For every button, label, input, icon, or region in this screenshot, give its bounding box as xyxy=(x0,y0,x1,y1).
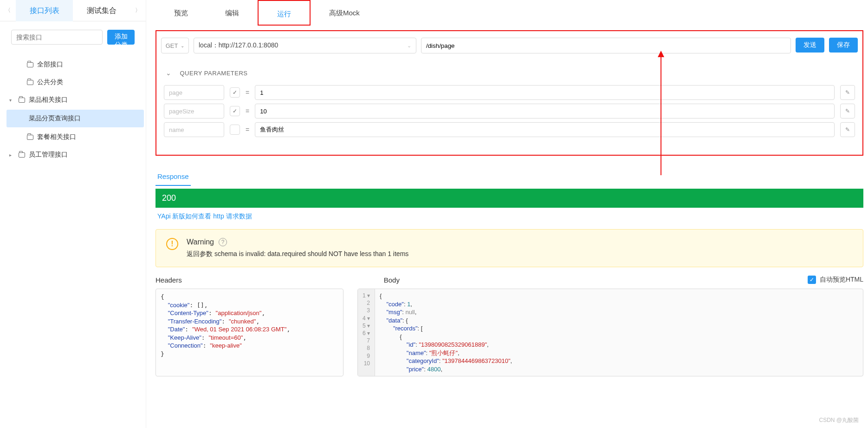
param-row-pagesize: ✓ = ✎ xyxy=(161,104,858,119)
http-method-select[interactable]: GET⌄ xyxy=(161,38,189,53)
query-params-toggle[interactable]: ⌄QUERY PARAMETERS xyxy=(166,69,857,77)
tree-dish-page-query[interactable]: 菜品分页查询接口 xyxy=(6,110,144,127)
folder-icon xyxy=(27,135,33,140)
preview-html-checkbox[interactable]: ✓ xyxy=(808,276,816,284)
param-checkbox[interactable] xyxy=(230,125,240,135)
param-value[interactable] xyxy=(255,104,835,119)
tree-setmeal-api[interactable]: 套餐相关接口 xyxy=(5,128,146,146)
tree-item-label: 员工管理接口 xyxy=(29,151,68,159)
warning-title: Warning xyxy=(187,238,214,246)
tree-item-label: 菜品分页查询接口 xyxy=(29,114,81,123)
param-value[interactable] xyxy=(255,85,835,100)
tab-preview[interactable]: 预览 xyxy=(155,0,207,26)
tree-item-label: 菜品相关接口 xyxy=(29,96,68,104)
equals-sign: = xyxy=(246,89,249,96)
send-button[interactable]: 发送 xyxy=(796,38,824,53)
caret-down-icon: ▾ xyxy=(9,98,15,103)
caret-right-icon: ▸ xyxy=(9,152,15,158)
param-checkbox[interactable]: ✓ xyxy=(230,106,240,116)
warning-message: 返回参数 schema is invalid: data.required sh… xyxy=(187,250,408,258)
edit-icon[interactable]: ✎ xyxy=(840,85,855,100)
param-key[interactable] xyxy=(164,104,224,119)
equals-sign: = xyxy=(246,107,249,115)
folder-icon xyxy=(19,98,25,103)
body-code[interactable]: 1 ▾234 ▾5 ▾6 ▾78910 { "code": 1, "msg": … xyxy=(357,289,863,376)
warning-box: ! Warning? 返回参数 schema is invalid: data.… xyxy=(155,229,863,267)
headers-code[interactable]: { "cookie": [], "Content-Type": "applica… xyxy=(155,289,343,376)
tree-dish-api[interactable]: ▾菜品相关接口 xyxy=(5,91,146,109)
path-input[interactable] xyxy=(421,38,791,53)
chevron-down-icon: ⌄ xyxy=(166,69,172,77)
tree-item-label: 公共分类 xyxy=(37,78,63,86)
param-value[interactable] xyxy=(255,122,835,137)
chevron-down-icon: ⌄ xyxy=(407,43,411,49)
main-tabs: 预览 编辑 运行 高级Mock xyxy=(155,0,863,26)
warning-icon: ! xyxy=(166,238,178,250)
tab-api-list[interactable]: 接口列表 xyxy=(16,0,73,21)
param-key[interactable] xyxy=(164,85,224,100)
sidebar-tabs: 〈 接口列表 测试集合 〉 xyxy=(0,0,146,21)
save-button[interactable]: 保存 xyxy=(829,38,858,53)
line-gutter: 1 ▾234 ▾5 ▾6 ▾78910 xyxy=(358,289,375,376)
tree-all-api[interactable]: 全部接口 xyxy=(5,56,146,73)
status-code: 200 xyxy=(155,189,863,208)
chevron-down-icon: ⌄ xyxy=(181,43,184,48)
request-panel: GET⌄ local：http://127.0.0.1:8080⌄ 发送 保存 … xyxy=(155,30,863,156)
folder-icon xyxy=(19,152,25,158)
response-tab[interactable]: Response xyxy=(155,168,191,186)
folder-icon xyxy=(27,80,33,85)
watermark: CSDN @丸酸菌 xyxy=(819,416,859,424)
param-checkbox[interactable]: ✓ xyxy=(230,87,240,98)
param-row-page: ✓ = ✎ xyxy=(161,85,858,100)
help-icon[interactable]: ? xyxy=(219,238,227,246)
tab-mock[interactable]: 高级Mock xyxy=(311,0,378,26)
param-row-name: = ✎ xyxy=(161,122,858,137)
add-category-button[interactable]: 添加分类 xyxy=(107,30,135,45)
next-tab-icon[interactable]: 〉 xyxy=(130,0,146,21)
tab-edit[interactable]: 编辑 xyxy=(207,0,258,26)
yapi-help-link[interactable]: YApi 新版如何查看 http 请求数据 xyxy=(155,208,254,225)
body-title: Body xyxy=(384,276,400,284)
api-tree: 全部接口 公共分类 ▾菜品相关接口 菜品分页查询接口 套餐相关接口 ▸员工管理接… xyxy=(0,53,146,166)
env-select[interactable]: local：http://127.0.0.1:8080⌄ xyxy=(194,38,416,53)
param-key[interactable] xyxy=(164,122,224,137)
prev-tab-icon[interactable]: 〈 xyxy=(0,0,16,21)
tree-employee-api[interactable]: ▸员工管理接口 xyxy=(5,146,146,164)
tree-item-label: 套餐相关接口 xyxy=(37,133,76,141)
equals-sign: = xyxy=(246,126,249,133)
headers-title: Headers xyxy=(155,276,182,284)
folder-icon xyxy=(27,62,33,67)
preview-html-label: 自动预览HTML xyxy=(820,276,863,284)
edit-icon[interactable]: ✎ xyxy=(840,122,855,137)
search-input[interactable] xyxy=(11,30,103,45)
tree-public[interactable]: 公共分类 xyxy=(5,73,146,91)
tab-test-suite[interactable]: 测试集合 xyxy=(73,0,130,21)
tree-item-label: 全部接口 xyxy=(37,60,63,69)
edit-icon[interactable]: ✎ xyxy=(840,104,855,119)
tab-run[interactable]: 运行 xyxy=(258,0,311,26)
